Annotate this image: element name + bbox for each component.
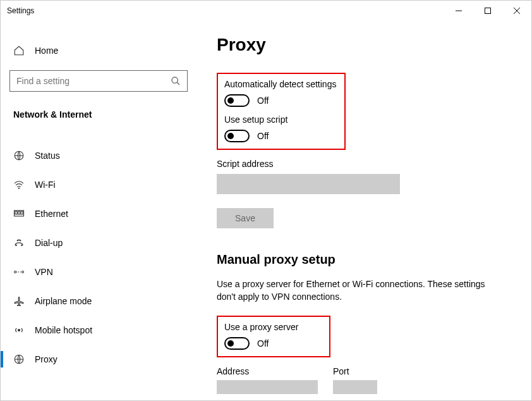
svg-point-21 <box>18 330 20 331</box>
svg-point-18 <box>15 271 16 273</box>
svg-point-4 <box>172 77 178 83</box>
vpn-icon <box>13 268 25 276</box>
use-proxy-toggle[interactable] <box>224 337 250 350</box>
auto-detect-state: Off <box>257 96 269 106</box>
svg-rect-12 <box>21 211 23 214</box>
sidebar-item-label: Status <box>35 151 60 161</box>
sidebar-item-label: Mobile hotspot <box>35 325 92 335</box>
svg-rect-1 <box>485 8 491 14</box>
address-input[interactable] <box>217 380 318 394</box>
search-icon <box>171 76 181 86</box>
manual-description: Use a proxy server for Ethernet or Wi-Fi… <box>217 278 495 303</box>
hotspot-icon <box>13 324 25 336</box>
auto-detect-toggle[interactable] <box>224 94 250 107</box>
save-button[interactable]: Save <box>217 208 274 228</box>
sidebar-item-hotspot[interactable]: Mobile hotspot <box>9 316 188 345</box>
svg-point-14 <box>21 245 23 246</box>
highlight-box-manual: Use a proxy server Off <box>217 316 330 357</box>
home-icon <box>13 45 25 56</box>
use-proxy-state: Off <box>257 338 269 349</box>
port-input[interactable] <box>333 380 377 394</box>
port-label: Port <box>333 366 377 376</box>
proxy-icon <box>13 354 25 365</box>
dialup-icon <box>13 238 25 247</box>
script-address-input[interactable] <box>217 174 400 194</box>
svg-point-8 <box>18 188 19 188</box>
sidebar-item-wifi[interactable]: Wi-Fi <box>9 170 188 199</box>
svg-point-17 <box>20 240 21 241</box>
search-input[interactable] <box>9 70 188 92</box>
page-title: Proxy <box>217 35 514 55</box>
home-nav[interactable]: Home <box>9 39 188 63</box>
category-header: Network & Internet <box>9 109 188 120</box>
window-title: Settings <box>7 6 444 15</box>
script-address-label: Script address <box>217 159 514 169</box>
sidebar-item-label: Wi-Fi <box>35 180 56 190</box>
close-button[interactable] <box>502 1 531 21</box>
sidebar-item-ethernet[interactable]: Ethernet <box>9 199 188 228</box>
sidebar-item-label: Airplane mode <box>35 296 92 306</box>
content-area: Proxy Automatically detect settings Off … <box>196 21 531 400</box>
svg-point-16 <box>18 240 19 240</box>
auto-detect-label: Automatically detect settings <box>224 79 338 89</box>
use-script-toggle[interactable] <box>224 130 250 142</box>
use-proxy-label: Use a proxy server <box>224 322 323 332</box>
sidebar-item-status[interactable]: Status <box>9 141 188 170</box>
svg-point-13 <box>16 245 17 246</box>
sidebar-item-label: Dial-up <box>35 238 63 248</box>
sidebar-item-proxy[interactable]: Proxy <box>9 345 188 374</box>
ethernet-icon <box>13 209 25 218</box>
svg-line-5 <box>177 82 179 85</box>
minimize-button[interactable] <box>444 1 473 21</box>
sidebar-item-label: VPN <box>35 267 53 277</box>
maximize-button[interactable] <box>473 1 502 21</box>
wifi-icon <box>13 180 25 189</box>
sidebar-item-label: Proxy <box>35 354 57 364</box>
search-field[interactable] <box>16 76 171 86</box>
sidebar: Home Network & Internet Status Wi-Fi <box>1 21 196 400</box>
svg-point-19 <box>22 271 24 273</box>
status-icon <box>13 150 25 161</box>
address-label: Address <box>217 366 318 376</box>
sidebar-item-dialup[interactable]: Dial-up <box>9 228 188 257</box>
airplane-icon <box>13 295 25 307</box>
use-script-state: Off <box>257 131 269 141</box>
highlight-box-auto: Automatically detect settings Off Use se… <box>217 73 346 150</box>
sidebar-item-vpn[interactable]: VPN <box>9 257 188 287</box>
manual-section-title: Manual proxy setup <box>217 252 514 267</box>
svg-rect-10 <box>15 211 17 214</box>
sidebar-item-airplane[interactable]: Airplane mode <box>9 287 188 316</box>
svg-rect-11 <box>18 211 20 214</box>
svg-point-15 <box>17 240 18 241</box>
use-script-label: Use setup script <box>224 114 338 125</box>
sidebar-item-label: Ethernet <box>35 209 68 219</box>
home-label: Home <box>35 46 58 56</box>
